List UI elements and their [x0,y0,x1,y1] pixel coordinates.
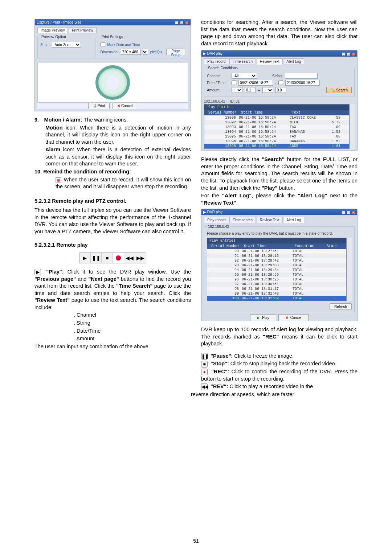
preview-option-group: Preview Option Zoom Auto Zoom [37,35,95,58]
page-setup-button[interactable]: Page Setup [166,49,185,55]
rev-icon[interactable]: ◀◀ [124,253,135,263]
rec-icon[interactable] [113,253,124,263]
table-row[interactable]: 9306-21-06 18:29:08TOTAL [207,263,346,268]
date-from-checkbox[interactable] [232,80,236,86]
table-row[interactable]: 9906-21-06 18:31:43TOTAL [207,291,346,296]
minimize-icon[interactable]: _ [342,211,345,214]
right-column: conditions for searching. After a search… [201,19,358,399]
date-to-input[interactable] [285,80,320,86]
table-row[interactable]: 1309606-21-06 16:58:24BANANAS1.52 [204,139,349,144]
minimize-icon[interactable]: _ [342,52,345,56]
table-row[interactable]: 9006-21-06 18:27:51TOTAL [207,249,346,254]
channel-label: Channel [207,74,229,78]
table-row[interactable]: 1309306-21-06 16:58:24TAX.09 [204,125,349,130]
tab-alert-log[interactable]: Alert Log [283,58,304,64]
amount-label: Amount [207,88,229,92]
table-row[interactable]: 9506-21-06 18:29:59TOTAL [207,272,346,277]
pause-desc: ❚❚ "Pause": Click to freeze the image. [201,353,358,360]
cancel-button[interactable]: ✖ Cancel [113,103,137,109]
tab-print-preview[interactable]: Print Preview [69,27,97,33]
table-row[interactable]: 9806-21-06 18:31:17TOTAL [207,287,346,291]
dvr1-titlebar: ▶ DVR play _ □ × [201,50,357,57]
search-button[interactable]: 🔍 Search [326,87,352,93]
dvr1-scrollbar[interactable] [350,104,355,149]
table-row[interactable]: 9406-21-06 18:29:34TOTAL [207,268,346,272]
stop-desc: ■ "Stop": Click to stop playing back the… [201,360,358,368]
play-button-icon: ▶ [34,269,41,275]
amount-v1[interactable] [245,87,256,93]
figure-capture-print: Capture / Print - Image Size _ □ × Image… [34,19,191,111]
close-icon[interactable]: × [352,52,355,56]
rec-desc: ● "REC": Click to control the recording … [201,368,358,382]
dvr1-window-buttons: _ □ × [341,52,355,56]
tab-play-record[interactable]: Play record [204,58,229,64]
motion-desc: Motion icon: When there is a detection o… [34,124,191,146]
record-indicator-icon [56,177,61,182]
pause-icon[interactable]: ❚❚ [91,253,102,263]
table-row[interactable]: 9206-21-06 18:28:42TOTAL [207,258,346,263]
table-row[interactable]: 9606-21-06 18:30:25TOTAL [207,277,346,282]
ffwd-icon[interactable]: ▶▶ [135,253,146,263]
dim-unit[interactable] [143,49,148,55]
tab-time-search[interactable]: Time search [229,217,256,223]
table-row[interactable]: 9706-21-06 18:30:51TOTAL [207,282,346,287]
dvr1-table-header: Serial Number Start Time Text [204,110,349,115]
close-icon[interactable]: × [352,211,355,214]
dvr2-note: Please choose a play entry to play the D… [207,231,352,235]
dvr1-table: Play Entries Serial Number Start Time Te… [204,104,350,149]
table-row[interactable]: 1309206-21-06 16:58:24MILK5.72 [204,120,349,125]
amount-v2[interactable] [275,87,286,93]
channel-select[interactable]: All [232,73,257,79]
amount-op1[interactable]: >= [232,87,242,93]
search-conditions-legend: Search Conditions [207,66,239,70]
close-icon[interactable]: × [185,21,189,25]
search-conditions-group: Search Conditions Channel All String: Da… [204,66,355,97]
print-button[interactable]: 🖨 Print [88,103,110,109]
remote-intro: This device has the full triplex so you … [34,207,191,235]
search-instructions: Please directly click the "Search" butto… [201,156,358,192]
maximize-icon[interactable]: □ [347,52,350,56]
play-icon[interactable]: ▶ [79,253,91,263]
string-input[interactable] [285,73,318,79]
table-row[interactable]: 1309006-21-06 16:58:24CLASSIC COKE.58 [204,115,349,120]
tab-time-search[interactable]: Time search [229,58,256,64]
rev-desc: ◀◀ "REV": Click to play a recorded video… [201,383,358,390]
maximize-icon[interactable]: □ [347,211,350,214]
cancel-button[interactable]: ✖ Cancel [278,314,309,321]
table-row[interactable]: 1309806-21-06 16:58:24COKE1.61 [204,144,349,148]
preview-area [37,63,188,102]
play-button[interactable]: ▶ Play [250,314,276,321]
dvr2-scrollbar[interactable] [347,238,352,301]
minimize-icon[interactable]: _ [175,21,179,25]
cond-amount: . Amount [74,335,191,342]
dvr2-titlebar: ▶ DVR play _ □ × [201,209,357,215]
date-to-checkbox[interactable] [278,80,283,86]
tab-image-preview[interactable]: Image Preview [37,27,68,33]
tab-review-text[interactable]: Review Text [257,217,283,223]
table-row[interactable]: 1309406-21-06 16:58:24BANANAS1.52 [204,130,349,134]
table-row[interactable]: 1309506-21-06 16:58:24TAX.08 [204,134,349,139]
tab-review-text[interactable]: Review Text [257,58,283,65]
dvr1-tabs: Play record Time search Review Text Aler… [204,58,355,65]
heading-remote-play: 5.2.3.2.1 Remote play [34,242,191,249]
next-page-button[interactable]: Next page [239,151,265,151]
left-column: Capture / Print - Image Size _ □ × Image… [34,19,191,399]
stop-icon[interactable]: ■ [102,253,113,263]
dvr2-window-buttons: _ □ × [341,210,355,214]
previous-page-button[interactable]: Previous page [204,151,237,151]
maximize-icon[interactable]: □ [180,21,184,25]
date-from-input[interactable] [238,80,273,86]
refresh-button[interactable]: Refresh [330,303,352,310]
dim-input[interactable] [121,49,141,55]
heading-remote-ptz: 5.2.3.2 Remote play and PTZ control. [34,198,191,205]
item-10-desc: When the user start to record, it will s… [34,176,191,190]
bottom-line: The user can input any combination of th… [34,343,191,350]
table-row[interactable]: 9106-21-06 18:28:16TOTAL [207,254,346,258]
tab-play-record[interactable]: Play record [204,217,229,223]
zoom-select[interactable]: Auto Zoom [52,42,81,48]
amount-op2[interactable]: <= [262,87,273,93]
dvr1-ip: 192.168.0.42 - HD: 01 [204,99,355,104]
mark-date-checkbox[interactable] [101,42,105,48]
table-row[interactable]: 10006-21-06 18:32:09TOTAL [207,296,346,301]
tab-alert-log[interactable]: Alert Log [283,217,304,223]
